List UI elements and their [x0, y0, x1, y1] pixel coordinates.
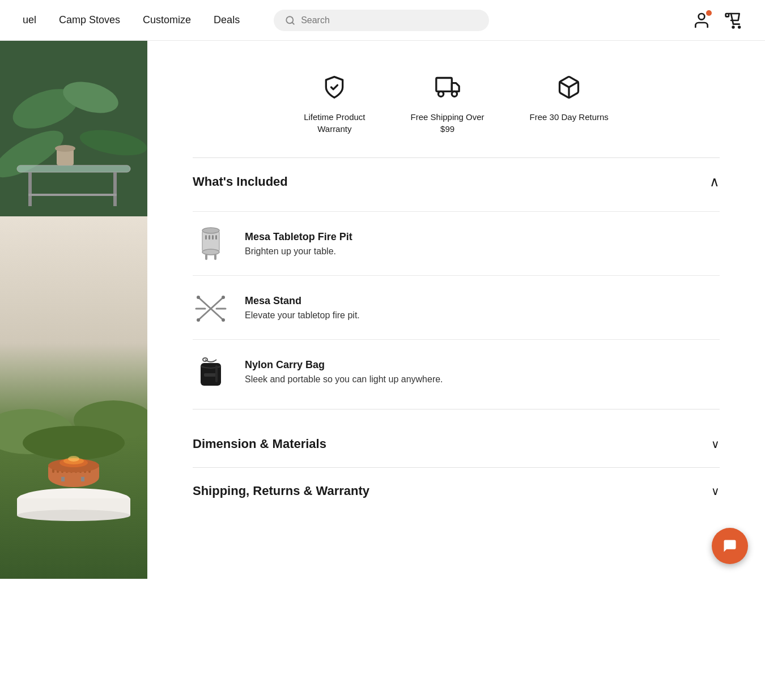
svg-point-61 [197, 296, 200, 299]
svg-point-4 [733, 26, 734, 28]
svg-point-20 [23, 426, 125, 460]
svg-line-1 [292, 22, 294, 24]
product-image-bottom [0, 216, 147, 579]
right-content: Lifetime Product Warranty Free Shipping … [147, 41, 765, 579]
fire-pit-desc: Brighten up your table. [245, 246, 720, 257]
included-item-bag: Nylon Carry Bag Sleek and portable so yo… [193, 339, 720, 403]
svg-rect-41 [436, 78, 452, 92]
account-button[interactable] [692, 11, 711, 29]
svg-point-44 [452, 91, 457, 96]
svg-rect-49 [209, 235, 210, 240]
included-items-list: Mesa Tabletop Fire Pit Brighten up your … [193, 206, 720, 409]
nav-right [692, 11, 742, 29]
bag-desc: Sleek and portable so you can light up a… [245, 374, 720, 385]
svg-point-43 [438, 91, 443, 96]
trust-badge-shipping: Free Shipping Over $99 [411, 75, 484, 135]
svg-rect-13 [113, 172, 117, 206]
svg-rect-51 [215, 235, 217, 240]
dimensions-title: Dimension & Materials [193, 437, 326, 451]
nav-left: uel Camp Stoves Customize Deals [23, 14, 240, 26]
fire-pit-info: Mesa Tabletop Fire Pit Brighten up your … [245, 231, 720, 257]
fire-pit-image [193, 225, 229, 262]
dimensions-chevron[interactable]: ∨ [711, 437, 720, 451]
whats-included-header[interactable]: What's Included ∧ [193, 158, 720, 206]
nav-item-customize[interactable]: Customize [143, 14, 191, 26]
cart-button[interactable] [724, 11, 742, 29]
cart-icon [724, 11, 742, 29]
svg-rect-6 [0, 41, 147, 216]
svg-rect-37 [61, 477, 65, 481]
stand-info: Mesa Stand Elevate your tabletop fire pi… [245, 295, 720, 321]
shield-icon [322, 75, 347, 104]
stand-image [193, 289, 229, 326]
whats-included-title: What's Included [193, 174, 288, 189]
box-icon [556, 75, 581, 104]
chat-button[interactable] [712, 528, 748, 564]
header: uel Camp Stoves Customize Deals [0, 0, 765, 41]
shipping-header[interactable]: Shipping, Returns & Warranty ∨ [193, 468, 720, 504]
svg-point-5 [738, 26, 740, 28]
search-icon [285, 15, 295, 25]
included-item-stand: Mesa Stand Elevate your tabletop fire pi… [193, 275, 720, 339]
returns-text: Free 30 Day Returns [530, 111, 609, 123]
dimensions-header[interactable]: Dimension & Materials ∨ [193, 421, 720, 467]
svg-point-52 [202, 249, 219, 255]
fire-pit-name: Mesa Tabletop Fire Pit [245, 231, 720, 243]
trust-badge-warranty: Lifetime Product Warranty [304, 75, 365, 135]
svg-rect-12 [28, 172, 32, 206]
svg-point-40 [68, 456, 79, 462]
included-item-fire-pit: Mesa Tabletop Fire Pit Brighten up your … [193, 211, 720, 275]
dimensions-section: Dimension & Materials ∨ Shipping, Return… [193, 421, 720, 504]
svg-point-16 [55, 145, 75, 152]
stand-desc: Elevate your tabletop fire pit. [245, 310, 720, 321]
svg-point-62 [222, 296, 225, 299]
stand-name: Mesa Stand [245, 295, 720, 307]
whats-included-chevron[interactable]: ∧ [709, 174, 720, 190]
svg-point-23 [17, 510, 130, 521]
svg-rect-17 [0, 216, 147, 579]
svg-point-2 [699, 14, 705, 20]
nav-item-fuel[interactable]: uel [23, 14, 36, 26]
svg-rect-54 [214, 254, 216, 260]
warranty-text: Lifetime Product Warranty [304, 111, 365, 135]
main-layout: Lifetime Product Warranty Free Shipping … [0, 41, 765, 579]
nav-item-deals[interactable]: Deals [214, 14, 240, 26]
chat-icon [722, 538, 738, 554]
svg-point-60 [222, 318, 225, 322]
svg-rect-66 [215, 365, 218, 382]
nav-item-camp-stoves[interactable]: Camp Stoves [59, 14, 120, 26]
svg-rect-50 [212, 235, 214, 240]
shipping-chevron[interactable]: ∨ [711, 484, 720, 498]
shipping-title: Shipping, Returns & Warranty [193, 484, 369, 498]
svg-point-47 [202, 228, 219, 233]
product-image-top [0, 41, 147, 216]
bag-image [193, 353, 229, 390]
search-input[interactable] [301, 15, 478, 25]
bag-name: Nylon Carry Bag [245, 359, 720, 371]
svg-marker-42 [452, 83, 459, 92]
svg-point-59 [197, 318, 200, 322]
svg-rect-11 [17, 165, 130, 172]
left-images [0, 41, 147, 579]
divider-after-included [193, 409, 720, 409]
notification-dot [706, 10, 712, 16]
search-bar[interactable] [274, 10, 489, 31]
trust-badge-returns: Free 30 Day Returns [530, 75, 609, 135]
bag-info: Nylon Carry Bag Sleek and portable so yo… [245, 359, 720, 385]
svg-rect-53 [205, 254, 207, 260]
svg-rect-38 [81, 477, 84, 481]
shipping-text: Free Shipping Over $99 [411, 111, 484, 135]
svg-rect-14 [28, 194, 117, 196]
truck-icon [435, 75, 460, 104]
svg-rect-48 [205, 235, 207, 240]
trust-badges: Lifetime Product Warranty Free Shipping … [193, 63, 720, 157]
